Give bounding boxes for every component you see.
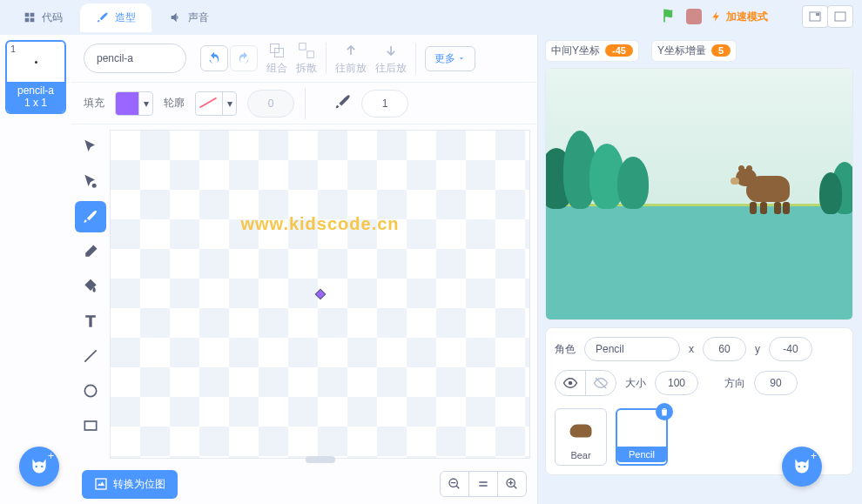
y-input[interactable] <box>769 337 812 361</box>
zoom-in-button[interactable] <box>497 471 527 497</box>
costume-thumb-1[interactable]: 1 pencil-a 1 x 1 <box>5 40 66 114</box>
costume-number: 1 <box>10 44 16 54</box>
sprite-card-bear[interactable]: Bear <box>555 408 607 466</box>
brush-size-icon <box>333 92 353 114</box>
zoom-out-button[interactable] <box>440 471 469 497</box>
hide-button[interactable] <box>585 370 616 396</box>
costume-thumb-label: pencil-a 1 x 1 <box>7 82 64 112</box>
tab-code-label: 代码 <box>42 10 63 25</box>
x-label: x <box>689 343 694 355</box>
text-tool[interactable] <box>75 306 106 337</box>
svg-point-13 <box>569 381 573 386</box>
rect-tool[interactable] <box>75 410 106 441</box>
monitor-2[interactable]: Y坐标增量 5 <box>651 40 737 62</box>
stage-controls: 加速模式 <box>660 5 853 28</box>
line-tool[interactable] <box>75 340 106 372</box>
circle-tool[interactable] <box>75 375 106 407</box>
tab-sound-label: 声音 <box>188 10 209 25</box>
sprite-name-input[interactable] <box>584 337 680 361</box>
sprite-card-pencil[interactable]: Pencil <box>616 408 668 466</box>
eraser-tool[interactable] <box>75 236 106 267</box>
editor-tabs: 代码 造型 声音 <box>7 3 225 32</box>
show-button[interactable] <box>555 370 586 396</box>
sound-icon <box>169 10 183 24</box>
undo-button[interactable] <box>200 45 228 71</box>
canvas-center-marker <box>314 289 326 300</box>
zoom-controls <box>441 471 527 497</box>
plus-icon: + <box>811 450 817 462</box>
size-input[interactable] <box>655 371 698 395</box>
top-bar: 代码 造型 声音 加速模式 <box>0 0 862 35</box>
bear-thumb <box>570 425 592 438</box>
green-flag-button[interactable] <box>660 7 677 27</box>
select-tool[interactable] <box>75 131 106 163</box>
plus-icon: + <box>48 450 54 462</box>
convert-bitmap-button[interactable]: 转换为位图 <box>82 470 178 499</box>
large-stage-button[interactable] <box>827 5 853 28</box>
trees-left <box>545 122 661 209</box>
stage-preview[interactable] <box>545 68 853 320</box>
svg-point-15 <box>41 466 44 468</box>
svg-rect-9 <box>84 421 96 430</box>
svg-point-8 <box>84 385 96 396</box>
small-stage-button[interactable] <box>802 5 828 28</box>
turbo-indicator: 加速模式 <box>710 10 768 24</box>
brush-size-input[interactable]: 1 <box>361 90 408 118</box>
backward-button[interactable]: 往后放 <box>375 42 407 76</box>
fill-label: 填充 <box>84 96 104 111</box>
costume-list: 1 pencil-a 1 x 1 <box>0 35 71 504</box>
ungroup-button[interactable]: 拆散 <box>296 42 317 76</box>
fill-color-picker[interactable]: ▾ <box>115 91 153 116</box>
fill-row: 填充 ▾ 轮廓 ▾ 0 1 <box>71 83 537 124</box>
direction-input[interactable] <box>754 371 798 395</box>
add-costume-fab[interactable]: + <box>19 447 59 487</box>
right-panel: 中间Y坐标 -45 Y坐标增量 5 <box>538 35 862 504</box>
svg-rect-5 <box>300 43 306 50</box>
tab-sound[interactable]: 声音 <box>153 3 225 32</box>
trees-right <box>814 144 853 214</box>
direction-label: 方向 <box>724 376 745 391</box>
monitor-1-label: 中间Y坐标 <box>551 44 600 58</box>
horizontal-scrollbar[interactable] <box>306 456 335 463</box>
editor-footer: 转换为位图 <box>71 464 537 504</box>
svg-point-14 <box>35 466 37 468</box>
paint-canvas[interactable]: www.kidscode.cn <box>110 130 530 459</box>
x-input[interactable] <box>703 337 746 361</box>
zoom-reset-button[interactable] <box>468 471 498 497</box>
outline-color-picker[interactable]: ▾ <box>195 91 237 116</box>
code-icon <box>23 10 37 24</box>
brush-size-control: 1 <box>333 90 408 118</box>
reshape-tool[interactable] <box>75 166 106 198</box>
monitor-bar: 中间Y坐标 -45 Y坐标增量 5 <box>545 40 853 61</box>
bolt-icon <box>710 10 723 23</box>
delete-sprite-button[interactable] <box>656 403 673 420</box>
costume-name-input[interactable] <box>84 44 186 73</box>
svg-point-16 <box>798 466 800 468</box>
monitor-1-value: -45 <box>605 44 633 57</box>
size-label: 大小 <box>625 376 646 391</box>
monitor-2-label: Y坐标增量 <box>657 44 706 58</box>
outline-width-input[interactable]: 0 <box>247 90 294 118</box>
tab-code[interactable]: 代码 <box>7 3 78 32</box>
stop-button[interactable] <box>686 9 702 24</box>
redo-button[interactable] <box>230 45 258 71</box>
svg-point-7 <box>92 184 97 188</box>
forward-button[interactable]: 往前放 <box>335 42 367 76</box>
fill-tool[interactable] <box>75 271 106 302</box>
group-button[interactable]: 组合 <box>266 42 287 76</box>
main-area: 1 pencil-a 1 x 1 组合 拆散 往前放 往后放 更多 填充 ▾ <box>0 35 862 504</box>
monitor-1[interactable]: 中间Y坐标 -45 <box>545 40 639 62</box>
tab-costume[interactable]: 造型 <box>80 3 152 32</box>
brush-tool[interactable] <box>75 201 106 232</box>
add-sprite-fab[interactable]: + <box>782 447 822 487</box>
canvas-area: www.kidscode.cn <box>71 124 537 464</box>
more-button[interactable]: 更多 <box>425 46 475 71</box>
svg-rect-1 <box>816 13 819 16</box>
bitmap-icon <box>94 477 108 491</box>
svg-rect-6 <box>307 50 314 57</box>
editor-header: 组合 拆散 往前放 往后放 更多 <box>71 35 537 83</box>
paint-editor: 组合 拆散 往前放 往后放 更多 填充 ▾ 轮廓 ▾ 0 1 <box>71 35 538 504</box>
brush-icon <box>96 10 110 24</box>
tab-costume-label: 造型 <box>115 10 136 25</box>
tool-column <box>71 124 110 464</box>
